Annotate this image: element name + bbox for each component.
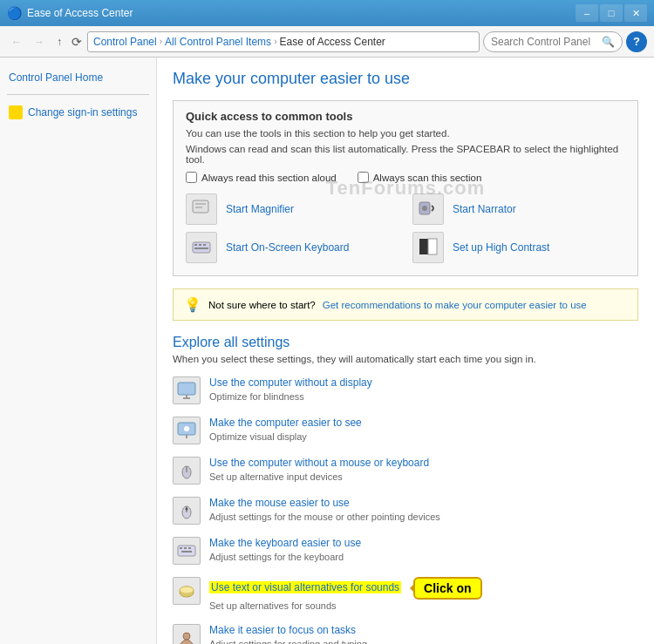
page-title: Make your computer easier to use — [173, 70, 638, 88]
setting-no-mouse[interactable]: Use the computer without a mouse or keyb… — [173, 457, 638, 485]
setting-no-mouse-desc: Set up alternative input devices — [209, 471, 343, 482]
svg-rect-24 — [180, 547, 182, 549]
tool-narrator-link[interactable]: Start Narrator — [453, 203, 516, 215]
setting-no-mouse-link[interactable]: Use the computer without a mouse or keyb… — [209, 457, 638, 469]
setting-no-display[interactable]: Use the computer without a display Optim… — [173, 376, 638, 404]
setting-mouse-easier-desc: Adjust settings for the mouse or other p… — [209, 512, 440, 522]
setting-no-mouse-text: Use the computer without a mouse or keyb… — [209, 457, 638, 483]
sidebar: Control Panel Home Change sign-in settin… — [0, 58, 157, 644]
setting-focus-link[interactable]: Make it easier to focus on tasks — [209, 624, 638, 636]
title-bar-title: Ease of Access Center — [27, 7, 576, 19]
not-sure-banner: 💡 Not sure where to start? Get recommend… — [173, 288, 638, 321]
title-bar: 🔵 Ease of Access Center – □ ✕ — [0, 0, 654, 26]
setting-sounds-alt-text: Use text or visual alternatives for soun… — [209, 577, 638, 612]
setting-focus-text: Make it easier to focus on tasks Adjust … — [209, 624, 638, 644]
setting-keyboard-easier-text: Make the keyboard easier to use Adjust s… — [209, 537, 638, 563]
breadcrumb-sep-1: › — [160, 37, 162, 46]
no-mouse-icon — [173, 457, 201, 485]
checkbox-scan-section-input[interactable] — [358, 172, 369, 183]
setting-easier-see-text: Make the computer easier to see Optimize… — [209, 417, 638, 443]
explore-desc: When you select these settings, they wil… — [173, 354, 638, 364]
svg-rect-10 — [419, 239, 428, 254]
setting-easier-see[interactable]: Make the computer easier to see Optimize… — [173, 417, 638, 444]
setting-no-display-link[interactable]: Use the computer without a display — [209, 376, 638, 389]
setting-no-display-text: Use the computer without a display Optim… — [209, 376, 638, 403]
setting-focus[interactable]: Make it easier to focus on tasks Adjust … — [173, 624, 638, 644]
sidebar-item-home[interactable]: Control Panel Home — [7, 68, 149, 87]
narrator-icon — [412, 193, 444, 225]
svg-rect-1 — [195, 203, 206, 205]
svg-point-16 — [184, 426, 189, 431]
svg-point-4 — [422, 206, 427, 211]
quick-access-scan-desc: Windows can read and scan this list auto… — [186, 144, 625, 165]
not-sure-link[interactable]: Get recommendations to make your compute… — [323, 300, 587, 310]
svg-rect-8 — [203, 244, 206, 246]
up-button[interactable]: ↑ — [52, 33, 66, 51]
tool-contrast-link[interactable]: Set up High Contrast — [453, 241, 549, 254]
not-sure-text: Not sure where to start? — [208, 300, 316, 310]
address-box: Control Panel › All Control Panel Items … — [87, 31, 480, 52]
focus-icon — [173, 624, 201, 644]
svg-rect-12 — [178, 383, 195, 395]
tool-magnifier[interactable]: Start Magnifier — [186, 193, 399, 225]
maximize-button[interactable]: □ — [600, 4, 623, 22]
bulb-icon: 💡 — [184, 296, 201, 313]
easier-see-icon — [173, 417, 201, 444]
setting-no-display-desc: Optimize for blindness — [209, 391, 304, 402]
minimize-button[interactable]: – — [576, 4, 598, 22]
back-button[interactable]: ← — [7, 33, 26, 51]
tool-narrator[interactable]: Start Narrator — [412, 193, 625, 225]
search-icon: 🔍 — [602, 36, 615, 48]
tool-magnifier-link[interactable]: Start Magnifier — [226, 203, 294, 215]
svg-rect-6 — [194, 244, 197, 246]
magnifier-icon — [186, 193, 217, 225]
search-box[interactable]: 🔍 — [483, 31, 623, 52]
close-button[interactable]: ✕ — [624, 4, 647, 22]
address-bar: ← → ↑ ⟳ Control Panel › All Control Pane… — [0, 26, 654, 58]
setting-sounds-alt-link[interactable]: Use text or visual alternatives for soun… — [209, 581, 401, 593]
search-input[interactable] — [491, 36, 602, 48]
refresh-button[interactable]: ⟳ — [70, 33, 84, 51]
setting-focus-desc: Adjust settings for reading and typing — [209, 639, 367, 644]
svg-rect-9 — [194, 247, 208, 249]
setting-mouse-easier[interactable]: Make the mouse easier to use Adjust sett… — [173, 497, 638, 525]
checkbox-scan-section[interactable]: Always scan this section — [358, 172, 482, 183]
svg-point-22 — [186, 508, 188, 511]
setting-keyboard-easier-desc: Adjust settings for the keyboard — [209, 552, 344, 562]
sidebar-item-sign-in[interactable]: Change sign-in settings — [7, 102, 149, 123]
svg-point-31 — [183, 633, 190, 640]
checkbox-read-aloud[interactable]: Always read this section aloud — [186, 172, 337, 183]
breadcrumb-control-panel[interactable]: Control Panel — [93, 36, 157, 48]
svg-rect-25 — [184, 547, 187, 549]
highlighted-text: Use text or visual alternatives for soun… — [209, 581, 401, 593]
no-display-icon — [173, 376, 201, 404]
setting-keyboard-easier-link[interactable]: Make the keyboard easier to use — [209, 537, 638, 549]
tool-contrast[interactable]: Set up High Contrast — [412, 232, 625, 263]
help-button[interactable]: ? — [626, 31, 647, 52]
quick-access-title: Quick access to common tools — [186, 110, 625, 123]
title-bar-controls: – □ ✕ — [576, 4, 647, 22]
setting-sounds-alt-desc: Set up alternatives for sounds — [209, 600, 337, 611]
setting-sounds-alt[interactable]: Use text or visual alternatives for soun… — [173, 577, 638, 612]
tool-keyboard-link[interactable]: Start On-Screen Keyboard — [226, 241, 349, 254]
shield-icon — [9, 105, 23, 119]
svg-rect-7 — [199, 244, 201, 246]
quick-tools-grid: Start Magnifier Start Narrator Start On-… — [186, 193, 625, 263]
setting-keyboard-easier[interactable]: Make the keyboard easier to use Adjust s… — [173, 537, 638, 565]
mouse-easier-icon — [173, 497, 201, 525]
content-area: Make your computer easier to use Quick a… — [157, 58, 654, 644]
setting-mouse-easier-text: Make the mouse easier to use Adjust sett… — [209, 497, 638, 523]
forward-button[interactable]: → — [30, 33, 49, 51]
tool-keyboard[interactable]: Start On-Screen Keyboard — [186, 232, 399, 263]
checkbox-read-aloud-input[interactable] — [186, 172, 197, 183]
click-on-badge[interactable]: Click on — [413, 577, 481, 600]
setting-easier-see-link[interactable]: Make the computer easier to see — [209, 417, 638, 429]
svg-rect-2 — [195, 207, 202, 208]
breadcrumb-all-items[interactable]: All Control Panel Items — [165, 36, 271, 48]
explore-title: Explore all settings — [173, 335, 638, 350]
checkboxes-row: Always read this section aloud Always sc… — [186, 172, 625, 183]
setting-mouse-easier-link[interactable]: Make the mouse easier to use — [209, 497, 638, 509]
contrast-icon — [412, 232, 444, 263]
title-bar-icon: 🔵 — [7, 6, 22, 20]
svg-rect-26 — [188, 547, 191, 549]
